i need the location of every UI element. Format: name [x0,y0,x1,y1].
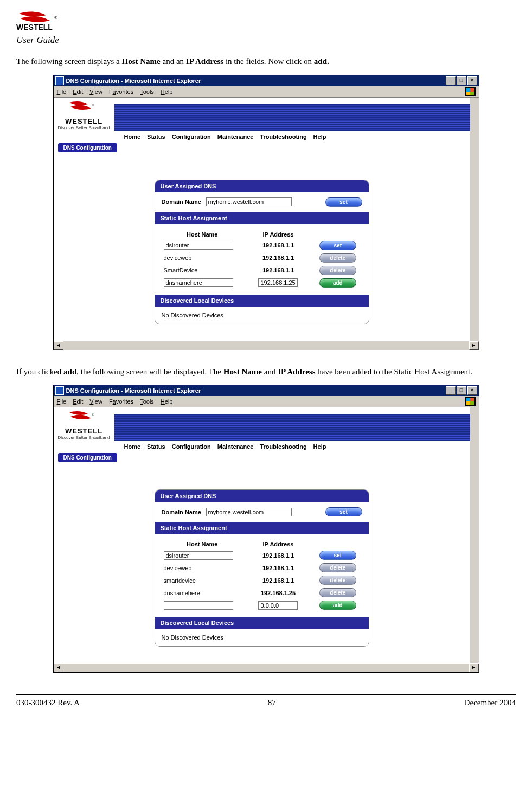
table-row: add [162,277,362,289]
menu-edit[interactable]: Edit [73,398,83,405]
host-name-value: SmartDevice [162,264,243,277]
horizontal-scrollbar[interactable]: ◄ ► [54,341,479,350]
set-button[interactable]: set [319,551,356,560]
set-domain-button[interactable]: set [325,197,362,207]
add-button[interactable]: add [319,601,356,610]
col-host-name: Host Name [162,539,243,549]
domain-name-input[interactable] [206,197,292,206]
ip-address-value: 192.168.1.1 [243,252,313,264]
ip-address-value: 192.168.1.1 [243,264,313,277]
host-name-input[interactable] [164,601,233,610]
panel-header-static-host: Static Host Assignment [155,212,369,224]
panel-header-discovered: Discovered Local Devices [155,295,369,307]
table-row: 192.168.1.1set [162,239,362,252]
nav-status[interactable]: Status [147,443,165,450]
menu-help[interactable]: Help [161,398,173,405]
scroll-right-button[interactable]: ► [469,664,479,672]
close-button[interactable]: × [467,76,477,85]
menu-view[interactable]: View [89,398,102,405]
window-title: DNS Configuration - Microsoft Internet E… [66,387,201,394]
header-stripes [114,104,470,131]
ip-address-input[interactable] [258,601,298,610]
footer-right: December 2004 [464,698,516,707]
paragraph-1: The following screen displays a Host Nam… [16,56,516,67]
static-host-table: Host Name IP Address 192.168.1.1setdevic… [162,229,362,289]
menu-tools[interactable]: Tools [140,398,154,405]
dns-panel: User Assigned DNS Domain Name set Static… [155,489,369,647]
col-host-name: Host Name [162,229,243,239]
nav-status[interactable]: Status [147,133,165,140]
minimize-button[interactable]: _ [446,76,456,85]
table-row: deviceweb192.168.1.1delete [162,562,362,574]
svg-text:®: ® [54,15,57,20]
set-button[interactable]: set [319,241,356,250]
minimize-button[interactable]: _ [446,386,456,395]
add-button[interactable]: add [319,278,356,288]
user-guide-label: User Guide [16,35,516,46]
nav-help[interactable]: Help [313,443,326,450]
host-name-input[interactable] [164,241,233,250]
svg-text:®: ® [92,104,94,107]
table-row: dnsnamehere192.168.1.25delete [162,586,362,599]
nav-help[interactable]: Help [313,133,326,140]
maximize-button[interactable]: □ [457,76,466,85]
host-name-value: smartdevice [162,574,243,586]
menu-help[interactable]: Help [161,88,173,95]
col-ip-address: IP Address [243,229,313,239]
subtab-dns-configuration[interactable]: DNS Configuration [58,143,117,152]
panel-header-user-dns: User Assigned DNS [155,180,369,192]
no-devices-text: No Discovered Devices [155,629,369,646]
close-button[interactable]: × [467,386,477,395]
menu-favorites[interactable]: Favorites [109,88,133,95]
westell-brand-block: ® WESTELL Discover Better Broadband [54,407,114,441]
table-row: deviceweb192.168.1.1delete [162,252,362,264]
delete-button[interactable]: delete [319,266,356,275]
panel-header-discovered: Discovered Local Devices [155,617,369,629]
subtab-dns-configuration[interactable]: DNS Configuration [58,453,117,462]
nav-maintenance[interactable]: Maintenance [217,443,254,450]
nav-configuration[interactable]: Configuration [172,443,211,450]
ip-address-input[interactable] [258,278,298,287]
nav-maintenance[interactable]: Maintenance [217,133,254,140]
domain-name-input[interactable] [206,508,292,516]
ip-address-value: 192.168.1.1 [243,574,313,586]
menu-view[interactable]: View [89,88,102,95]
screenshot-2: DNS Configuration - Microsoft Internet E… [53,385,479,673]
scroll-left-button[interactable]: ◄ [54,664,63,672]
ip-address-value: 192.168.1.25 [243,586,313,599]
delete-button[interactable]: delete [319,253,356,263]
delete-button[interactable]: delete [319,588,356,597]
col-ip-address: IP Address [243,539,313,549]
menu-edit[interactable]: Edit [73,88,83,95]
nav-troubleshooting[interactable]: Troubleshooting [260,133,306,140]
delete-button[interactable]: delete [319,576,356,585]
menu-favorites[interactable]: Favorites [109,398,133,405]
westell-brand-block: ® WESTELL Discover Better Broadband [54,98,114,131]
nav-home[interactable]: Home [124,133,141,140]
svg-text:®: ® [92,413,94,417]
table-row: SmartDevice192.168.1.1delete [162,264,362,277]
host-name-input[interactable] [164,278,233,287]
scroll-right-button[interactable]: ► [469,341,479,350]
nav-troubleshooting[interactable]: Troubleshooting [260,443,306,450]
dns-panel: User Assigned DNS Domain Name set Static… [155,180,369,324]
menu-tools[interactable]: Tools [140,88,154,95]
window-titlebar: DNS Configuration - Microsoft Internet E… [54,385,479,396]
table-row: 192.168.1.1set [162,549,362,562]
horizontal-scrollbar[interactable]: ◄ ► [54,663,479,672]
ie-icon [55,386,64,395]
ie-icon [55,76,64,85]
paragraph-2: If you clicked add, the following screen… [16,367,516,378]
set-domain-button[interactable]: set [325,507,362,516]
nav-configuration[interactable]: Configuration [172,133,211,140]
host-name-value: dnsnamehere [162,586,243,599]
host-name-input[interactable] [164,551,233,560]
table-row: smartdevice192.168.1.1delete [162,574,362,586]
scroll-left-button[interactable]: ◄ [54,341,63,350]
nav-home[interactable]: Home [124,443,141,450]
panel-header-static-host: Static Host Assignment [155,522,369,534]
menu-file[interactable]: File [57,88,67,95]
delete-button[interactable]: delete [319,563,356,572]
maximize-button[interactable]: □ [457,386,466,395]
menu-file[interactable]: File [57,398,67,405]
